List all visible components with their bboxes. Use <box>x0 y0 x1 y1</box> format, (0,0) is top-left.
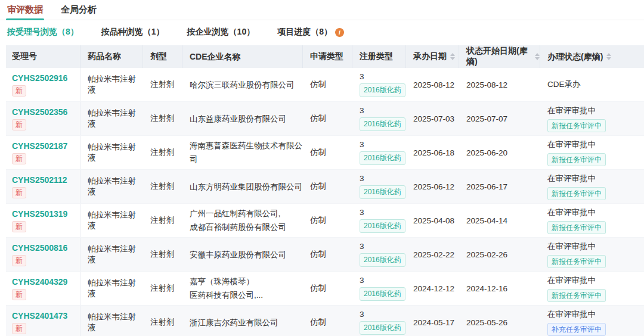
handling-status-cell: CDE承办 <box>540 68 644 101</box>
status-start-date-cell: 2025-02-26 <box>459 250 540 259</box>
dosage-form-cell: 注射剂 <box>143 181 182 192</box>
top-tab-bar: 审评数据 全局分析 <box>0 0 644 20</box>
acceptance-number-link[interactable]: CYHS2500816 <box>12 243 67 253</box>
header-acceptance-date-label: 承办日期 <box>413 51 447 62</box>
acceptance-date-cell: 2024-05-17 <box>406 318 459 327</box>
registration-type-number: 3 <box>360 140 364 149</box>
acceptance-no-cell: CYHS2404329 新 <box>6 272 80 305</box>
dosage-form-cell: 注射剂 <box>143 113 182 124</box>
acceptance-number-link[interactable]: CYHS2502112 <box>12 175 67 185</box>
status-badge: 新报任务审评中 <box>547 221 606 234</box>
application-type-cell: 仿制 <box>303 283 352 294</box>
sub-tab-bar: 按受理号浏览（8） 按品种浏览（1） 按企业浏览（10） 项目进度（8） i <box>0 20 644 43</box>
sort-icon[interactable] <box>450 53 455 60</box>
registration-type-cell: 3 2016版化药 <box>352 306 406 336</box>
acceptance-number-link[interactable]: CYHS2502356 <box>12 107 67 117</box>
tab-review-data[interactable]: 审评数据 <box>7 0 43 20</box>
dosage-form-cell: 注射剂 <box>143 215 182 226</box>
drug-name-cell: 帕拉米韦注射液 <box>80 278 143 299</box>
company-cell: 广州一品红制药有限公司,成都百裕制药股份有限公司 <box>182 207 303 234</box>
table-body: CYHS2502916 新 帕拉米韦注射液 注射剂 哈尔滨三联药业股份有限公司 … <box>6 68 644 336</box>
registration-type-number: 3 <box>360 276 364 285</box>
sort-icon[interactable] <box>606 53 611 60</box>
subtab-project-progress[interactable]: 项目进度（8） i <box>277 27 344 38</box>
subtab-by-company[interactable]: 按企业浏览（10） <box>187 27 255 38</box>
status-badge: 新报任务审评中 <box>547 119 606 132</box>
acceptance-date-cell: 2025-04-08 <box>406 216 459 225</box>
acceptance-number-link[interactable]: CYHS2502916 <box>12 73 67 83</box>
company-cell: 浙江康吉尔药业有限公司 <box>182 316 303 329</box>
registration-type-number: 3 <box>360 208 364 217</box>
acceptance-number-link[interactable]: CYHS2404329 <box>12 277 67 287</box>
header-dosage-form: 剂型 <box>143 45 182 68</box>
table-row: CYHS2502916 新 帕拉米韦注射液 注射剂 哈尔滨三联药业股份有限公司 … <box>6 68 644 102</box>
status-text: 在审评审批中 <box>547 105 596 117</box>
status-text: 在审评审批中 <box>547 173 596 185</box>
new-badge: 新 <box>12 255 26 266</box>
status-start-date-cell: 2025-05-26 <box>459 318 540 327</box>
status-text: 在审评审批中 <box>547 241 596 253</box>
registration-type-cell: 3 2016版化药 <box>352 136 406 169</box>
status-text: 在审评审批中 <box>547 309 596 321</box>
company-cell: 海南惠普森医药生物技术有限公司 <box>182 139 303 166</box>
handling-status-cell: 在审评审批中 新报任务审评中 <box>540 170 644 203</box>
acceptance-no-cell: CYHS2502112 新 <box>6 170 80 203</box>
table-row: CYHS2401473 新 帕拉米韦注射液 注射剂 浙江康吉尔药业有限公司 仿制… <box>6 306 644 336</box>
handling-status-cell: 在审评审批中 新报任务审评中 <box>540 102 644 135</box>
drug-name-cell: 帕拉米韦注射液 <box>80 312 143 333</box>
subtab-by-variety[interactable]: 按品种浏览（1） <box>101 27 165 38</box>
status-badge: 新报任务审评中 <box>547 187 606 200</box>
header-handling-status-label: 办理状态(摩熵) <box>547 51 603 63</box>
application-type-cell: 仿制 <box>303 317 352 328</box>
status-start-date-cell: 2025-08-12 <box>459 80 540 89</box>
table-row: CYHS2404329 新 帕拉米韦注射液 注射剂 嘉亨（珠海横琴）医药科技有限… <box>6 272 644 306</box>
table-row: CYHS2502112 新 帕拉米韦注射液 注射剂 山东方明药业集团股份有限公司… <box>6 170 644 204</box>
header-cde-company: CDE企业名称 <box>182 45 303 68</box>
registration-type-number: 3 <box>360 72 364 81</box>
acceptance-no-cell: CYHS2502916 新 <box>6 68 80 101</box>
table-row: CYHS2502187 新 帕拉米韦注射液 注射剂 海南惠普森医药生物技术有限公… <box>6 136 644 170</box>
acceptance-number-link[interactable]: CYHS2501319 <box>12 209 67 219</box>
dosage-form-cell: 注射剂 <box>143 79 182 90</box>
registration-type-number: 3 <box>360 310 364 319</box>
status-start-date-cell: 2025-06-20 <box>459 148 540 157</box>
application-type-cell: 仿制 <box>303 79 352 90</box>
subtab-by-acceptance-no[interactable]: 按受理号浏览（8） <box>7 27 79 38</box>
new-badge: 新 <box>12 289 26 300</box>
registration-type-cell: 3 2016版化药 <box>352 238 406 271</box>
header-handling-status: 办理状态(摩熵) <box>540 45 644 68</box>
sort-icon[interactable] <box>535 53 540 60</box>
acceptance-no-cell: CYHS2500816 新 <box>6 238 80 271</box>
drug-name-cell: 帕拉米韦注射液 <box>80 244 143 265</box>
application-type-cell: 仿制 <box>303 249 352 260</box>
acceptance-no-cell: CYHS2501319 新 <box>6 204 80 237</box>
info-icon[interactable]: i <box>335 28 344 37</box>
registration-type-cell: 3 2016版化药 <box>352 272 406 305</box>
dosage-form-cell: 注射剂 <box>143 147 182 158</box>
registration-type-badge: 2016版化药 <box>360 321 405 334</box>
acceptance-no-cell: CYHS2502356 新 <box>6 102 80 135</box>
header-acceptance-no: 受理号 <box>6 45 80 68</box>
acceptance-date-cell: 2024-12-12 <box>406 284 459 293</box>
status-badge: 新报任务审评中 <box>547 153 606 166</box>
tab-global-analysis[interactable]: 全局分析 <box>61 0 97 20</box>
drug-name-cell: 帕拉米韦注射液 <box>80 176 143 197</box>
acceptance-number-link[interactable]: CYHS2502187 <box>12 141 67 151</box>
company-cell: 山东方明药业集团股份有限公司 <box>182 180 303 194</box>
header-application-type: 申请类型 <box>303 45 352 68</box>
registration-type-number: 3 <box>360 242 364 251</box>
status-start-date-cell: 2025-06-17 <box>459 182 540 191</box>
company-cell: 嘉亨（珠海横琴）医药科技有限公司,... <box>182 275 303 302</box>
application-type-cell: 仿制 <box>303 215 352 226</box>
registration-type-badge: 2016版化药 <box>360 219 405 232</box>
acceptance-number-link[interactable]: CYHS2401473 <box>12 311 67 321</box>
handling-status-cell: 在审评审批中 新报任务审评中 <box>540 272 644 305</box>
company-cell: 安徽丰原药业股份有限公司 <box>182 248 303 262</box>
dosage-form-cell: 注射剂 <box>143 249 182 260</box>
handling-status-cell: 在审评审批中 新报任务审评中 <box>540 136 644 169</box>
review-data-table: 受理号 药品名称 剂型 CDE企业名称 申请类型 注册类型 承办日期 状态开始日… <box>6 45 644 336</box>
acceptance-date-cell: 2025-08-12 <box>406 80 459 89</box>
new-badge: 新 <box>12 323 26 334</box>
acceptance-no-cell: CYHS2502187 新 <box>6 136 80 169</box>
status-start-date-cell: 2025-07-07 <box>459 114 540 123</box>
